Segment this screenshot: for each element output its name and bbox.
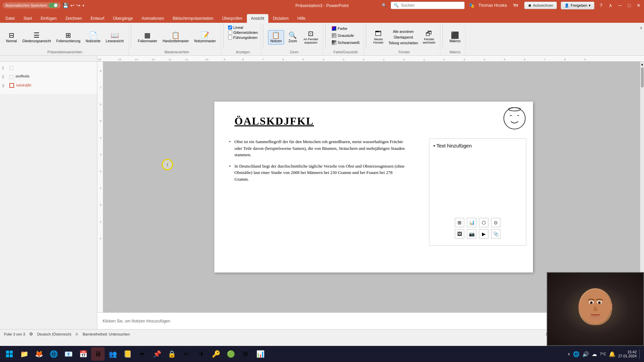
window-minimize[interactable]: ─ [617,3,623,8]
mail-btn[interactable]: 📧 [62,347,75,361]
volume-icon[interactable]: 🔊 [582,351,589,357]
firefox-btn[interactable]: 🦊 [32,347,46,361]
btn-notizen-zoom[interactable]: 📋 Notizen [268,30,284,45]
tab-datei[interactable]: Datei [1,14,19,23]
anfenster-icon: ⊡ [308,30,314,37]
undo-icon[interactable]: ↩ [70,3,74,8]
tab-animationen[interactable]: Animationen [138,14,168,23]
btn-folienmaster[interactable]: ▦ Folienmaster [136,31,159,44]
snip-btn[interactable]: ✂ [180,347,193,361]
fw-icon: 🗗 [426,30,432,37]
slide-body[interactable]: Obst ist ein Sammelbegriff der für den M… [228,138,406,187]
chart-icon[interactable]: 📊 [467,218,476,227]
vpn-btn[interactable]: 🔒 [165,347,178,361]
btn-notizseite[interactable]: 📄 Notizseite [84,31,103,44]
btn-uberlappend[interactable]: Überlappend [387,35,419,40]
excel-btn[interactable]: 📊 [254,347,267,361]
search-box[interactable]: 🔍 [391,2,465,9]
user-avatar[interactable]: TH [511,1,520,10]
btn-handzettelmaster[interactable]: 📋 Handzettelmaster [161,31,191,44]
tab-zeichnen[interactable]: Zeichnen [61,14,86,23]
tab-bildschirm[interactable]: Bildschirmpräsentation [169,14,217,23]
ribbon-collapse[interactable]: ∧ [608,3,613,8]
freigeben-button[interactable]: 👤 Freigeben ▾ [561,2,594,9]
barrierefreiheit-status[interactable]: Barrierefreiheit: Untersuchen [83,332,130,336]
green-app-btn[interactable]: 🟢 [224,347,237,361]
scroll-thumb[interactable] [641,67,644,87]
autosave-toggle[interactable] [49,3,58,8]
aufzeichnen-button[interactable]: ⏺ Aufzeichnen [524,2,557,9]
tab-hilfe[interactable]: Hilfe [293,14,309,23]
taskbar-notifications[interactable]: 🔔 [609,351,615,357]
btn-teilung[interactable]: Teilung verschieben [387,41,419,46]
btn-makros[interactable]: ⬛ Makros [447,31,463,44]
btn-zoom[interactable]: 🔍 Zoom [285,31,300,44]
tab-dictation[interactable]: Dictation [269,14,293,23]
file-icon[interactable]: 📎 [491,229,500,239]
tab-ueberprufen[interactable]: Überprüfen [218,14,246,23]
qa-dropdown[interactable]: ▾ [83,4,84,7]
video-icon[interactable]: ▶ [479,229,488,239]
slide-thumb-3[interactable]: 3 öalskdjfkl [1,82,96,88]
svg-text:·5: ·5 [503,58,505,61]
btn-leseansicht[interactable]: 📖 Leseansicht [104,31,125,44]
btn-fenster-wechseln[interactable]: 🗗 Fensterwechseln [421,29,438,46]
powerpoint-btn[interactable]: 🖥 [91,347,105,361]
btn-schwarzweiss[interactable]: Schwarzweiß [330,40,361,46]
outlook-btn[interactable]: 📅 [76,347,90,361]
save-icon[interactable]: 💾 [63,3,68,8]
chrome-btn[interactable]: 🌐 [47,347,60,361]
btn-farbe[interactable]: Farbe [330,25,349,32]
ribbon-collapse-btn[interactable]: ∧ [640,25,643,30]
window-maximize[interactable]: □ [627,3,632,8]
scroll-up[interactable]: ▲ [640,62,644,67]
window-help[interactable]: ? [598,3,604,8]
window-close[interactable]: ✕ [636,3,641,8]
checkbox-gitternetz[interactable]: Gitternetzlinien [228,31,258,35]
slide-title[interactable]: ÖALSKDJFKL [234,115,314,127]
onenote-btn[interactable]: 📒 [121,347,134,361]
btn-an-fenster[interactable]: ⊡ An Fensteranpassen [302,29,320,46]
slide-right-box[interactable]: • Text hinzufügen ⊞ 📊 ⬡ ⊙ 🖼 📷 [429,138,526,246]
search-input[interactable] [401,3,462,8]
btn-foliensortierung[interactable]: ⊞ Foliensortierung [54,31,83,44]
help-icon[interactable]: 🎭 [469,3,474,8]
screenshot-icon[interactable]: ⊙ [491,218,500,227]
bitwarden-btn[interactable]: 🔑 [209,347,223,361]
sprache-status[interactable]: Deutsch (Österreich) [37,332,71,336]
btn-normal[interactable]: ⊟ Normal [4,31,19,44]
btn-graustufe[interactable]: Graustufe [330,33,355,39]
slide-canvas[interactable]: ÖALSKDJFKL Obst ist ein Sammelbegriff de… [214,102,533,273]
start-button[interactable] [3,347,16,361]
redo-icon[interactable]: ↪ [76,3,80,8]
visio-btn[interactable]: ✒ [136,347,149,361]
btn-notizenmaster[interactable]: 📝 Notizenmaster [192,31,218,44]
btn-gliederungsansicht[interactable]: ☰ Gliederungsansicht [20,31,53,44]
teams-btn[interactable]: 👥 [106,347,119,361]
picture-icon[interactable]: 🖼 [455,229,464,239]
weather-icon[interactable]: ☁ [592,351,597,357]
network-icon[interactable]: 🌐 [573,351,580,357]
autosave-pill[interactable]: Automatisches Speichern [3,2,61,8]
checkbox-lineal[interactable]: Lineal [228,25,243,29]
taskbar-time[interactable]: 15:4227.01.2024 [618,350,637,358]
smartart-icon[interactable]: ⬡ [479,218,488,227]
tab-ansicht[interactable]: Ansicht [247,14,268,23]
tab-entwurf[interactable]: Entwurf [87,14,108,23]
tab-start[interactable]: Start [19,14,36,23]
slide-thumb-2[interactable]: 2 asdfkafa [1,73,96,80]
file-explorer-btn[interactable]: 📁 [17,347,31,361]
photo-icon[interactable]: 📷 [467,229,476,239]
telegram-btn[interactable]: ✈ [195,347,208,361]
checkbox-fuehrungslinien[interactable]: Führungslinien [228,36,258,40]
tab-uebergaenge[interactable]: Übergänge [109,14,137,23]
table-icon[interactable]: ⊞ [455,218,464,227]
show-desktop[interactable] [639,349,641,359]
btn-neues-fenster[interactable]: 🗔 NeuesFenster [371,29,386,46]
settings-btn[interactable]: ⚙ [239,347,252,361]
show-hidden-icons[interactable]: ∧ [568,352,570,356]
tab-einfuegen[interactable]: Einfügen [37,14,60,23]
btn-alle-anordnen[interactable]: Alle anordnen [387,29,419,34]
slide-thumb-1[interactable]: 1 [1,64,96,71]
sticky-btn[interactable]: 📌 [150,347,164,361]
